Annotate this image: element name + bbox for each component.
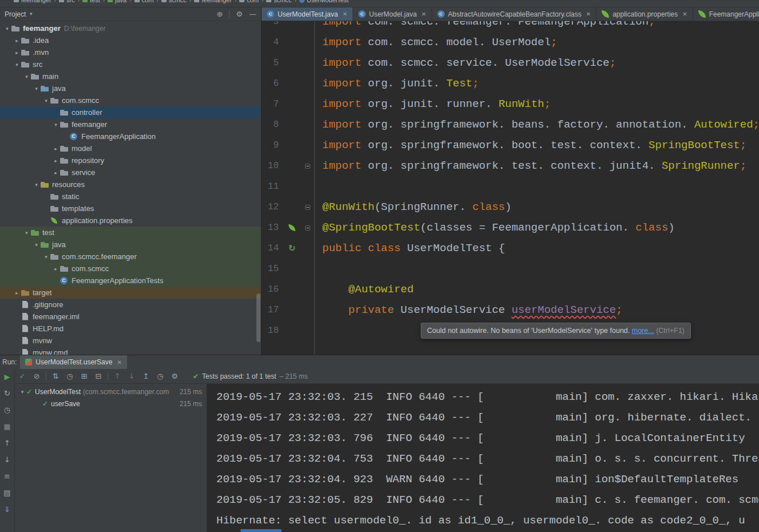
line-number[interactable]: 3 <box>262 21 283 27</box>
line-number[interactable]: 12 <box>262 202 283 212</box>
tree-item-model[interactable]: ▸model <box>0 142 261 154</box>
test-tree-item-usermodeltest[interactable]: ▾✓UserModelTest(com.scmcc.feemanger.com2… <box>15 386 207 398</box>
tree-toggle-icon[interactable]: ▸ <box>52 146 60 152</box>
line-number[interactable]: 4 <box>262 37 283 47</box>
hide-panel-icon[interactable]: — <box>249 10 256 18</box>
tab-close-icon[interactable]: ✕ <box>117 359 121 366</box>
tree-item-mvnw-cmd[interactable]: mvnw.cmd <box>0 347 261 355</box>
scroll-to-end-icon[interactable]: ⇓ <box>4 505 10 515</box>
tab-close-icon[interactable]: ✕ <box>682 11 687 17</box>
code-line[interactable]: 5import com. scmcc. service. UserModelSe… <box>262 53 759 73</box>
sort-by-duration-icon[interactable]: ◷ <box>65 371 75 382</box>
toggle-auto-test-icon[interactable]: ◷ <box>4 405 10 415</box>
run-configuration-tab[interactable]: UserModelTest.userSave ✕ <box>20 355 126 369</box>
breadcrumb-item-feemanger[interactable]: feemanger <box>14 0 52 3</box>
gear-icon[interactable]: ⚙ <box>236 10 243 18</box>
tree-item-test[interactable]: ▾test <box>0 227 261 239</box>
line-number[interactable]: 10 <box>262 161 283 171</box>
tree-item-com-scmcc-feemanger[interactable]: ▾com.scmcc.feemanger <box>0 251 261 263</box>
tree-item-main[interactable]: ▾main <box>0 70 261 82</box>
line-number[interactable]: 7 <box>262 99 283 109</box>
breadcrumb-item-usermodeltest[interactable]: UserModelTest <box>299 0 349 3</box>
stop-icon[interactable]: ■ <box>3 422 10 432</box>
settings-icon[interactable]: ⚙ <box>169 371 180 382</box>
editor-tab-usermodeltest-java[interactable]: UserModelTest.java✕ <box>262 7 353 21</box>
line-number[interactable]: 15 <box>262 264 283 274</box>
editor-tab-usermodel-java[interactable]: UserModel.java✕ <box>353 7 432 21</box>
locate-file-icon[interactable]: ⊕ <box>216 10 223 18</box>
line-number[interactable]: 8 <box>262 120 283 130</box>
tree-toggle-icon[interactable]: ▸ <box>13 290 21 296</box>
editor-tab-abstractautowirecapablebeanfactory-class[interactable]: AbstractAutowireCapableBeanFactory.class… <box>432 7 597 21</box>
project-view-title[interactable]: Project <box>5 10 26 18</box>
tree-item-gitignore[interactable]: .gitignore <box>0 299 261 311</box>
rerun-failed-icon[interactable]: ↻ <box>4 388 10 399</box>
tree-toggle-icon[interactable]: ▾ <box>13 62 21 68</box>
console[interactable]: 2019-05-17 23:32:03. 215 INFO 6440 --- [… <box>207 384 759 532</box>
chevron-down-icon[interactable]: ▼ <box>29 11 33 17</box>
sort-alphabetically-icon[interactable]: ⇅ <box>50 371 61 382</box>
tree-toggle-icon[interactable]: ▾ <box>23 74 30 80</box>
expand-all-icon[interactable]: ⊞ <box>79 371 89 382</box>
fold-marker-icon[interactable] <box>305 205 310 210</box>
tab-close-icon[interactable]: ✕ <box>342 11 347 17</box>
code-line[interactable]: 9import org. springframework. boot. test… <box>262 135 759 156</box>
tree-toggle-icon[interactable]: ▾ <box>18 389 26 395</box>
tree-item-java[interactable]: ▾java <box>0 82 261 94</box>
tree-toggle-icon[interactable]: ▾ <box>42 254 50 260</box>
tree-item-feemanger[interactable]: ▾feemangerD:\feemanger <box>0 22 261 34</box>
tree-item-feemangerapplication[interactable]: FeemangerApplication <box>0 130 261 142</box>
collapse-all-icon[interactable]: ⊟ <box>93 371 104 382</box>
tree-toggle-icon[interactable]: ▸ <box>52 158 60 164</box>
code-line[interactable]: 10import org. springframework. test. con… <box>262 156 759 176</box>
tree-item-com-scmcc[interactable]: ▸com.scmcc <box>0 263 261 275</box>
spring-leaf-icon[interactable] <box>288 224 295 231</box>
tree-item-repository[interactable]: ▸repository <box>0 154 261 166</box>
run-test-icon[interactable]: ↻ <box>288 243 296 253</box>
code-line[interactable]: 11 <box>262 176 759 197</box>
code-line[interactable]: 8import org. springframework. beans. fac… <box>262 114 759 135</box>
breadcrumb-item-scmcc[interactable]: scmcc <box>161 0 187 3</box>
fold-marker-icon[interactable] <box>305 225 310 231</box>
tree-toggle-icon[interactable]: ▾ <box>33 182 40 188</box>
line-number[interactable]: 18 <box>262 325 283 336</box>
console-view-icon[interactable]: ▤ <box>3 488 10 498</box>
line-number[interactable]: 14 <box>262 243 283 253</box>
tree-toggle-icon[interactable]: ▸ <box>52 266 60 272</box>
code-line[interactable]: 3import com. scmcc. feemanger. Feemanger… <box>262 21 759 32</box>
line-number[interactable]: 5 <box>262 58 283 68</box>
tree-item-help-md[interactable]: HELP.md <box>0 323 261 335</box>
next-failed-test-icon[interactable]: ↓ <box>126 371 137 382</box>
code-line[interactable]: 13@SpringBootTest(classes = FeemangerApp… <box>262 217 759 238</box>
line-number[interactable]: 13 <box>262 223 283 233</box>
breadcrumb-item-test[interactable]: test <box>82 0 100 3</box>
line-number[interactable]: 6 <box>262 78 283 89</box>
project-tree-scrollbar-thumb[interactable] <box>256 293 260 342</box>
tree-toggle-icon[interactable]: ▸ <box>13 50 21 55</box>
test-history-icon[interactable]: ◷ <box>155 371 165 382</box>
tree-toggle-icon[interactable]: ▾ <box>52 122 60 128</box>
tree-toggle-icon[interactable]: ▸ <box>52 170 60 176</box>
show-passed-icon[interactable]: ✓ <box>17 371 27 382</box>
tree-toggle-icon[interactable]: ▾ <box>33 242 40 248</box>
tree-item-feemanger[interactable]: ▾feemanger <box>0 118 261 130</box>
line-number[interactable]: 16 <box>262 284 283 295</box>
breadcrumb-item-com[interactable]: com <box>239 0 259 3</box>
tree-item-static[interactable]: static <box>0 190 261 203</box>
code-line[interactable]: 14↻public class UserModelTest { <box>262 238 759 259</box>
tree-item-src[interactable]: ▾src <box>0 58 261 70</box>
tree-item-service[interactable]: ▸service <box>0 166 261 178</box>
tree-item-mvnw[interactable]: mvnw <box>0 335 261 347</box>
breadcrumb-item-src[interactable]: src <box>59 0 75 3</box>
code-line[interactable]: 7import org. junit. runner. RunWith; <box>262 94 759 114</box>
editor-tab-feemangerapplication-java[interactable]: FeemangerApplication.java <box>693 7 759 21</box>
tree-item-target[interactable]: ▸target <box>0 287 261 299</box>
code-line[interactable]: 17 private UserModelService userModelSer… <box>262 300 759 320</box>
previous-failed-test-icon[interactable]: ↑ <box>112 371 122 382</box>
tree-item-feemanger-iml[interactable]: feemanger.iml <box>0 311 261 323</box>
code-line[interactable]: 16 @Autowired <box>262 279 759 300</box>
code-line[interactable]: 4import com. scmcc. model. UserModel; <box>262 32 759 53</box>
next-occurrence-icon[interactable]: ↓ <box>4 455 10 465</box>
breadcrumb-item-scmcc[interactable]: scmcc <box>266 0 291 3</box>
tree-item-feemangerapplicationtests[interactable]: FeemangerApplicationTests <box>0 275 261 287</box>
